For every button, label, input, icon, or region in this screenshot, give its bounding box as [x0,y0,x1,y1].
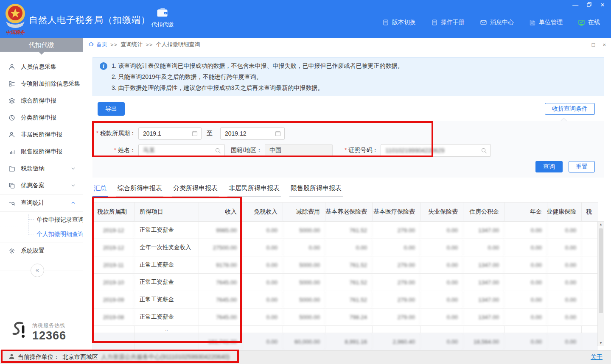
column-header: 年金 [504,203,547,221]
nav-label: 消息中心 [490,19,514,26]
module-tab-withholding[interactable]: 代扣代缴 [148,8,177,28]
table-row[interactable]: 2019-11正常工资薪金9178.000.005000.00761.52279… [93,256,598,274]
table-row[interactable]: 2019-10正常工资薪金7645.000.005000.00761.52279… [93,274,598,291]
sidebar-item-label: 人员信息采集 [21,63,56,71]
message-center-button[interactable]: 消息中心 [480,19,514,26]
column-header: 免税收入 [242,203,283,221]
column-header: 所得项目 [135,203,199,221]
result-tabs: 汇总 综合所得申报表 分类所得申报表 非居民所得申报表 限售股所得申报表 [92,184,604,197]
table-cell: 0.00 [547,274,582,291]
sidebar-item-label: 税款缴纳 [21,165,45,172]
sidebar-header-withholding: 代扣代缴 [0,38,83,52]
export-button[interactable]: 导出 [98,102,125,116]
sidebar-item-query-statistics[interactable]: 查询统计 [0,194,83,211]
name-input[interactable]: 马某 [138,144,225,157]
table-row[interactable]: 2019-12正常工资薪金9985.000.005000.00761.52279… [93,222,598,239]
hotline-label: 纳税服务热线 [32,322,66,329]
scroll-down-arrow[interactable]: ▼ [598,341,604,345]
calendar-icon[interactable] [192,131,198,136]
online-status[interactable]: 在线 [578,19,600,26]
manual-button[interactable]: 操作手册 [431,19,465,26]
table-cell: 1347.00 [463,256,504,273]
nationality-input[interactable]: 中国 [265,144,333,157]
chevron-down-icon [70,166,76,172]
search-icon[interactable] [215,147,221,154]
toolbar: 导出 收折查询条件 [92,102,604,116]
close-button[interactable]: × [599,2,606,8]
window-controls: — × [572,2,606,8]
current-unit-name: 北京市西城区 [62,353,98,361]
tab-classified-income[interactable]: 分类所得申报表 [172,184,219,197]
sidebar-item-label: 优惠备案 [21,182,45,189]
collapse-query-button[interactable]: 收折查询条件 [545,103,595,115]
reset-button[interactable]: 重置 [569,161,595,172]
breadcrumb-separator: >> [146,42,153,48]
online-monitor-check-icon [578,19,585,26]
table-cell: 正常工资薪金 [135,291,199,308]
calendar-icon[interactable] [275,131,281,136]
sidebar-item-nonresident-income[interactable]: 非居民所得申报 [0,126,83,143]
scroll-up-arrow[interactable]: ▲ [598,222,604,226]
minimize-button[interactable]: — [572,2,579,8]
column-header: 收入 [199,203,242,221]
tax-bureau-logo: 中国税务 [4,3,26,36]
to-label: 至 [207,130,213,137]
table-cell: 9985.00 [199,222,242,239]
column-header: 住房公积金 [463,203,504,221]
sidebar-item-comprehensive-income[interactable]: 综合所得申报 [0,92,83,109]
breadcrumb-separator: >> [110,42,118,48]
mail-icon [480,19,487,26]
sidebar-subitem-personal-withholding-query[interactable]: 个人扣缴明细查询 [0,227,83,241]
table-cell: 2019-08 [93,308,135,325]
about-link[interactable]: 关于 [591,353,603,361]
sidebar-item-label: 综合所得申报 [21,97,56,105]
panel-close-button[interactable]: × [603,42,606,48]
table-row[interactable]: 2019-08正常工资薪金7645.000.005000.00798.24279… [93,308,598,326]
sidebar-item-personnel-info[interactable]: 人员信息采集 [0,58,83,75]
sidebar-subitem-unit-declaration-query[interactable]: 单位申报记录查询 [0,213,83,227]
table-cell: 正常工资薪金 [135,222,199,239]
table-row[interactable]: 2019-09正常工资薪金7645.000.005000.00761.52279… [93,291,598,308]
breadcrumb-home[interactable]: 首页 [88,41,107,48]
table-cell: 18,564.00 [463,333,504,350]
id-number-input[interactable]: 110102199904220629 [381,144,491,157]
sidebar-menu: 人员信息采集 专项附加扣除信息采集 综合所得申报 分类所得申报 非居民所得申报 … [0,58,83,277]
tab-nonresident-income[interactable]: 非居民所得申报表 [227,184,281,197]
table-cell: 1347.00 [463,274,504,291]
period-to-input[interactable]: 2019.12 [220,127,285,140]
sidebar-item-system-settings[interactable]: 系统设置 [0,242,83,259]
vertical-scroll-thumb[interactable] [599,228,603,313]
version-switch-button[interactable]: 版本切换 [382,19,416,26]
table-cell: 0.00 [420,291,463,308]
table-cell: 0.00 [547,239,582,256]
info-icon: i [100,62,107,70]
table-cell: 正常工资薪金 [135,308,199,325]
tab-summary[interactable]: 汇总 [92,184,108,197]
search-icon[interactable] [481,147,487,154]
sidebar-item-special-deduction[interactable]: 专项附加扣除信息采集 [0,75,83,92]
panel-maximize-button[interactable]: □ [592,42,595,48]
sidebar-item-restricted-stock[interactable]: 限售股所得申报 [0,143,83,160]
sidebar-collapse-button[interactable]: « [31,264,44,277]
sidebar-item-tax-payment[interactable]: 税款缴纳 [0,160,83,177]
table-cell: 7645.00 [199,308,242,325]
tab-restricted-stock[interactable]: 限售股所得申报表 [289,184,343,197]
column-header: 基本养老保险费 [325,203,373,221]
table-row[interactable]: 2019-12全年一次性奖金收入27500.000.000.000.000.00… [93,239,598,256]
unit-management-button[interactable]: 单位管理 [529,19,563,26]
sidebar-item-classified-income[interactable]: 分类所得申报 [0,109,83,126]
nav-label: 操作手册 [441,19,465,26]
query-button[interactable]: 查询 [535,161,563,172]
table-cell: 761.52 [325,222,373,239]
table-cell [582,256,598,273]
vertical-scrollbar[interactable]: ▲ ▼ [597,221,604,346]
column-header: 税款所属期 [93,203,135,221]
tab-comprehensive-income[interactable]: 综合所得申报表 [116,184,163,197]
table-cell: 0.00 [463,239,504,256]
table-cell [582,291,598,308]
breadcrumb-level1[interactable]: 查询统计 [121,41,143,48]
module-tab-label: 代扣代缴 [148,21,177,28]
sidebar-item-preferential-filing[interactable]: 优惠备案 [0,177,83,194]
period-from-input[interactable]: 2019.1 [138,127,202,140]
restore-button[interactable] [586,2,592,8]
